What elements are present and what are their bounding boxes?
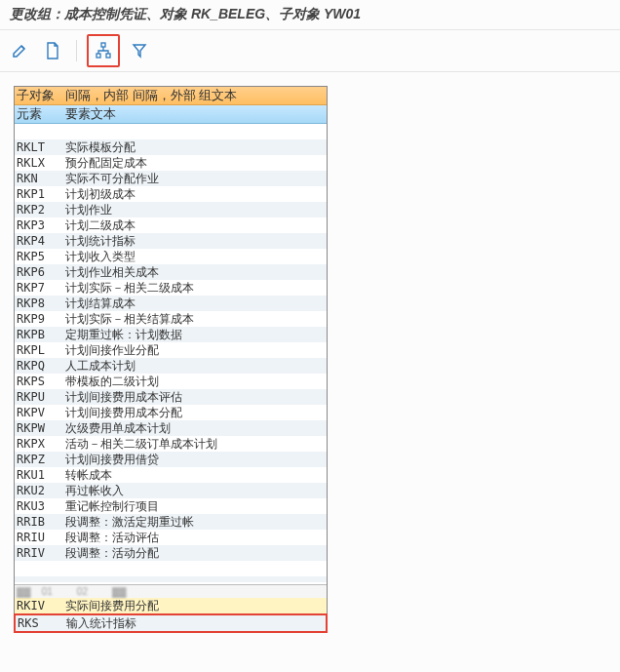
row-text: 计划间接费用成本分配 (65, 405, 325, 420)
list-panel: 子对象 间隔，内部 间隔，外部 组文本 元素 要素文本 RKLT实际模板分配RK… (14, 86, 328, 633)
table-row[interactable]: RKU2再过帐收入 (15, 483, 327, 498)
table-row[interactable]: RKPL计划间接作业分配 (15, 342, 327, 358)
header-orange: 子对象 间隔，内部 间隔，外部 组文本 (15, 87, 327, 105)
highlight-hierarchy (87, 34, 120, 67)
pencil-icon (12, 43, 27, 59)
row-text: 实际模板分配 (65, 139, 325, 155)
bottom-strip: ▓▓ 01 02 ▓▓ RKIV 实际间接费用分配 RKS 输入统计指标 (15, 584, 327, 633)
row-text: 带模板的二级计划 (65, 374, 325, 389)
row-code: RKU2 (17, 483, 65, 498)
row-text: 实际间接费用分配 (65, 598, 325, 613)
header-blue: 元素 要素文本 (15, 105, 327, 124)
table-row[interactable]: RKPV计划间接费用成本分配 (15, 405, 327, 420)
table-row[interactable]: RKPS带模板的二级计划 (15, 374, 327, 389)
table-row[interactable]: RKP7计划实际－相关二级成本 (15, 280, 327, 296)
edit-button[interactable] (6, 37, 33, 64)
svg-rect-1 (97, 54, 100, 58)
page-title: 更改组：成本控制凭证、对象 RK_BELEG、子对象 YW01 (0, 0, 620, 29)
blank-row (15, 576, 327, 582)
row-code: RKPB (17, 327, 65, 342)
blank-row (15, 124, 327, 139)
row-text: 转帐成本 (65, 467, 325, 483)
row-code: RKP6 (17, 264, 65, 280)
table-row[interactable]: RKP2计划作业 (15, 202, 327, 217)
row-text: 段调整：激活定期重过帐 (65, 514, 325, 530)
table-row[interactable]: RKU3重记帐控制行项目 (15, 498, 327, 514)
table-row[interactable]: RKP5计划收入类型 (15, 249, 327, 264)
table-row[interactable]: RRIU段调整：活动评估 (15, 530, 327, 545)
row-text: 再过帐收入 (65, 483, 325, 498)
header-orange-c1: 子对象 (17, 87, 65, 104)
table-row[interactable]: RKP1计划初级成本 (15, 186, 327, 202)
row-code: RKP4 (17, 233, 65, 249)
toolbar-divider (76, 40, 77, 61)
row-after-scroll[interactable]: RKIV 实际间接费用分配 (15, 598, 327, 613)
row-text: 计划作业 (65, 202, 325, 217)
row-text: 实际不可分配作业 (65, 171, 325, 186)
table-row[interactable]: RKPW次级费用单成本计划 (15, 420, 327, 436)
row-code: RKP8 (17, 296, 65, 311)
table-row[interactable]: RKPZ计划间接费用借贷 (15, 452, 327, 467)
header-orange-c2: 间隔，内部 间隔，外部 组文本 (65, 87, 325, 104)
table-row[interactable]: RKLT实际模板分配 (15, 139, 327, 155)
row-text: 计划作业相关成本 (65, 264, 325, 280)
table-row[interactable]: RKLX预分配固定成本 (15, 155, 327, 171)
scroll-hint-text: ▓▓ 01 02 ▓▓ (17, 586, 127, 597)
row-code: RKP7 (17, 280, 65, 296)
row-code: RKS (18, 615, 66, 631)
row-text: 计划间接费用成本评估 (65, 389, 325, 405)
highlight-row-box: RKS 输入统计指标 (14, 613, 328, 633)
svg-rect-0 (101, 43, 105, 47)
table-row[interactable]: RKPX活动－相关二级订单成本计划 (15, 436, 327, 452)
row-code: RKPX (17, 436, 65, 452)
row-code: RKLT (17, 139, 65, 155)
row-code: RKPQ (17, 358, 65, 374)
funnel-icon (132, 43, 147, 59)
table-row[interactable]: RKPU计划间接费用成本评估 (15, 389, 327, 405)
row-text: 活动－相关二级订单成本计划 (65, 436, 325, 452)
scroll-hint: ▓▓ 01 02 ▓▓ (15, 585, 327, 598)
row-code: RKP1 (17, 186, 65, 202)
row-code: RKIV (17, 598, 65, 613)
highlight-row[interactable]: RKS 输入统计指标 (16, 615, 326, 631)
table-row[interactable]: RRIV段调整：活动分配 (15, 545, 327, 561)
hierarchy-button[interactable] (90, 37, 117, 64)
row-text: 计划实际－相关结算成本 (65, 311, 325, 327)
filter-button[interactable] (126, 37, 153, 64)
row-code: RKPU (17, 389, 65, 405)
row-code: RKP5 (17, 249, 65, 264)
row-code: RKPL (17, 342, 65, 358)
new-page-button[interactable] (39, 37, 66, 64)
row-code: RKPW (17, 420, 65, 436)
row-text: 计划结算成本 (65, 296, 325, 311)
table-row[interactable]: RKP9计划实际－相关结算成本 (15, 311, 327, 327)
row-text: 计划收入类型 (65, 249, 325, 264)
table-row[interactable]: RKP8计划结算成本 (15, 296, 327, 311)
table-row[interactable]: RKP3计划二级成本 (15, 217, 327, 233)
table-row[interactable]: RKPQ人工成本计划 (15, 358, 327, 374)
row-text: 计划间接费用借贷 (65, 452, 325, 467)
table-row[interactable]: RKP4计划统计指标 (15, 233, 327, 249)
row-code: RKU1 (17, 467, 65, 483)
row-code: RKP9 (17, 311, 65, 327)
row-text: 输入统计指标 (66, 615, 324, 631)
table-row[interactable]: RRIB段调整：激活定期重过帐 (15, 514, 327, 530)
table-row[interactable]: RKP6计划作业相关成本 (15, 264, 327, 280)
row-code: RKPS (17, 374, 65, 389)
row-text: 计划统计指标 (65, 233, 325, 249)
row-code: RRIU (17, 530, 65, 545)
header-blue-c1: 元素 (17, 105, 65, 123)
table-row[interactable]: RKU1转帐成本 (15, 467, 327, 483)
header-blue-c2: 要素文本 (65, 105, 325, 123)
row-text: 计划实际－相关二级成本 (65, 280, 325, 296)
row-text: 次级费用单成本计划 (65, 420, 325, 436)
row-code: RKP2 (17, 202, 65, 217)
row-code: RRIV (17, 545, 65, 561)
row-code: RKPV (17, 405, 65, 420)
table-row[interactable]: RKPB定期重过帐：计划数据 (15, 327, 327, 342)
table-row[interactable]: RKN实际不可分配作业 (15, 171, 327, 186)
svg-rect-2 (106, 54, 110, 58)
list-rows: RKLT实际模板分配RKLX预分配固定成本RKN实际不可分配作业RKP1计划初级… (15, 124, 327, 582)
row-text: 计划初级成本 (65, 186, 325, 202)
toolbar (0, 29, 620, 72)
